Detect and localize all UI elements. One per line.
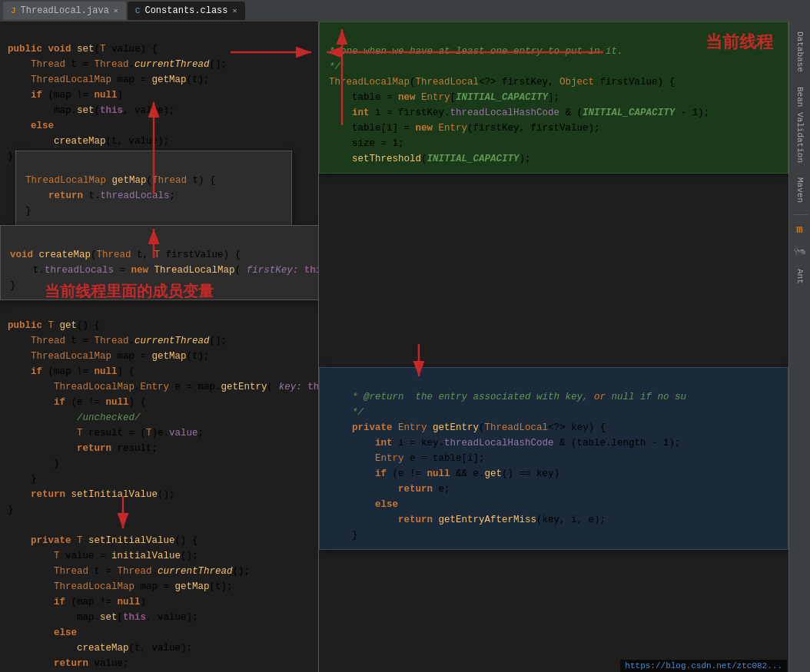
database-sidebar-label[interactable]: Database bbox=[792, 25, 808, 78]
member-var-annotation: 当前线程里面的成员变量 bbox=[38, 280, 220, 303]
getentry-popup: * @return the entry associated with key,… bbox=[319, 367, 788, 550]
content-area: public void set(T value) { Thread t = Th… bbox=[0, 22, 810, 672]
getmap-popup: ThreadLocalMap getMap(Thread t) { return… bbox=[15, 151, 292, 226]
tab-bar: J ThreadLocal.java ✕ C Constants.class ✕ bbox=[0, 0, 810, 22]
left-code-main: public void set(T value) { Thread t = Th… bbox=[0, 22, 318, 169]
right-code-panel[interactable]: * one when we have at least one entry to… bbox=[319, 22, 788, 672]
ant-icon[interactable]: 🐜 bbox=[790, 241, 809, 260]
maven-m-icon[interactable]: m bbox=[793, 220, 805, 239]
tab-class-close[interactable]: ✕ bbox=[233, 6, 237, 15]
ant-sidebar-label[interactable]: Ant bbox=[792, 263, 808, 290]
current-thread-annotation: 当前线程 bbox=[705, 31, 773, 54]
get-method-code: public T get() { Thread t = Thread.curre… bbox=[0, 298, 319, 672]
url-bar: https://blog.csdn.net/ztc082... bbox=[620, 660, 787, 672]
tab-class[interactable]: C Constants.class ✕ bbox=[128, 2, 245, 20]
tab-class-label: Constants.class bbox=[144, 5, 227, 16]
class-icon: C bbox=[135, 6, 141, 15]
member-var-label: 当前线程里面的成员变量 bbox=[45, 283, 214, 300]
tab-java[interactable]: J ThreadLocal.java ✕ bbox=[3, 2, 126, 20]
left-main: J ThreadLocal.java ✕ C Constants.class ✕… bbox=[0, 0, 810, 672]
java-icon: J bbox=[11, 6, 16, 15]
current-thread-label: 当前线程 bbox=[705, 32, 773, 51]
tab-java-label: ThreadLocal.java bbox=[21, 5, 109, 16]
right-sidebar: Database Bean Validation Maven m 🐜 Ant bbox=[788, 22, 810, 672]
maven-sidebar-label[interactable]: Maven bbox=[792, 171, 808, 209]
left-code-panel[interactable]: public void set(T value) { Thread t = Th… bbox=[0, 22, 319, 672]
url-text: https://blog.csdn.net/ztc082... bbox=[625, 661, 782, 670]
tab-java-close[interactable]: ✕ bbox=[114, 6, 118, 15]
sidebar-divider bbox=[792, 214, 808, 215]
bean-validation-sidebar-label[interactable]: Bean Validation bbox=[792, 81, 808, 169]
